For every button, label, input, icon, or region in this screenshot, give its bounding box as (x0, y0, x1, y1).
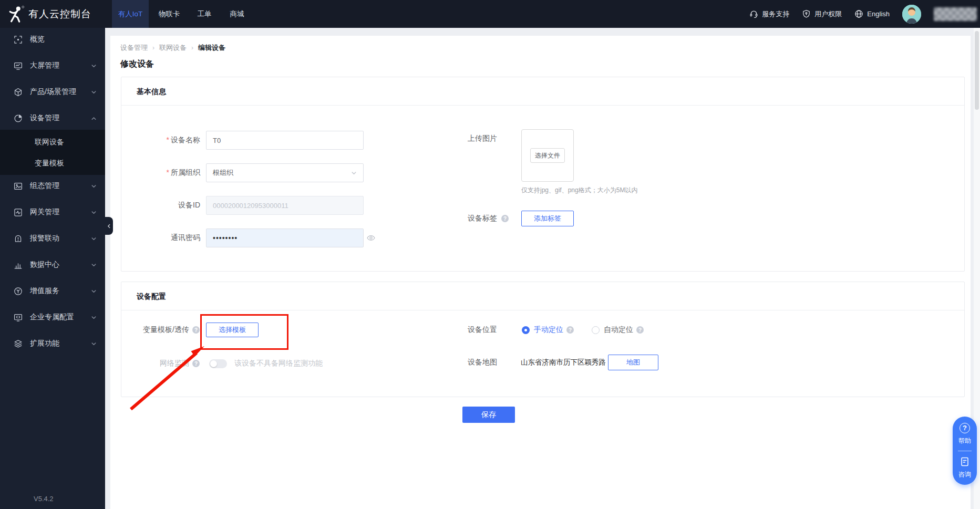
tab-iot-card[interactable]: 物联卡 (153, 0, 185, 28)
widget-divider (958, 451, 972, 451)
variable-template-label: 变量模板/透传 (137, 325, 189, 335)
manual-location-help-icon[interactable] (566, 326, 574, 334)
device-map-label: 设备地图 (416, 358, 497, 367)
chevron-down-icon (91, 315, 97, 320)
tab-mall[interactable]: 商城 (225, 0, 249, 28)
eye-icon[interactable] (367, 234, 375, 242)
select-template-button[interactable]: 选择模板 (206, 323, 259, 337)
sidebar-item-label: 产品/场景管理 (30, 87, 76, 97)
network-monitor-help-icon[interactable] (192, 360, 200, 367)
gateway-icon (14, 208, 23, 217)
sidebar-subitem-networked-devices[interactable]: 联网设备 (0, 131, 105, 152)
cube-icon (14, 88, 23, 97)
image-icon (14, 182, 23, 191)
sidebar-item-configuration[interactable]: 组态管理 (0, 175, 105, 196)
question-circle-icon[interactable] (960, 423, 970, 433)
service-support-link[interactable]: 服务支持 (749, 9, 789, 19)
sidebar-item-label: 企业专属配置 (30, 313, 74, 322)
sidebar-collapse-button[interactable] (105, 217, 113, 235)
sidebar-item-alarm[interactable]: 报警联动 (0, 228, 105, 249)
brand-logo-icon (7, 5, 25, 23)
add-tag-button[interactable]: 添加标签 (521, 211, 574, 226)
user-permissions-link[interactable]: 用户权限 (802, 9, 842, 19)
chevron-left-icon (107, 224, 111, 228)
network-monitor-label: 网络监测 (137, 359, 189, 368)
sidebar-item-label: 增值服务 (30, 286, 59, 296)
sidebar-item-label: 报警联动 (30, 234, 59, 243)
upload-hint: 仅支持jpg、gif、png格式；大小为5M以内 (521, 186, 637, 195)
map-button[interactable]: 地图 (608, 355, 658, 370)
sidebar-item-devices[interactable]: 设备管理 (0, 108, 105, 129)
choose-file-button[interactable]: 选择文件 (530, 148, 565, 163)
floating-help-widget: 帮助 咨询 (953, 417, 977, 485)
globe-icon (854, 9, 863, 18)
pie-chart-icon (14, 114, 23, 123)
language-switcher[interactable]: English (854, 9, 890, 18)
sidebar-item-datacenter[interactable]: 数据中心 (0, 254, 105, 275)
manual-location-radio[interactable] (522, 326, 530, 334)
alarm-bell-icon (14, 234, 23, 243)
sidebar-item-bigscreen[interactable]: 大屏管理 (0, 55, 105, 76)
sidebar-item-extensions[interactable]: 扩展功能 (0, 333, 105, 354)
auto-location-label[interactable]: 自动定位 (604, 325, 633, 335)
sidebar-item-value-added[interactable]: 增值服务 (0, 281, 105, 302)
tab-work-order[interactable]: 工单 (192, 0, 216, 28)
breadcrumb-edit-device: 编辑设备 (198, 43, 225, 53)
username-redacted[interactable] (934, 7, 977, 21)
sidebar-item-label: 大屏管理 (30, 61, 59, 70)
chevron-down-icon (91, 341, 97, 347)
device-config-title: 设备配置 (137, 282, 166, 310)
bar-chart-icon (14, 261, 23, 269)
chevron-down-icon (91, 89, 97, 95)
network-monitor-toggle (209, 359, 227, 368)
organization-select[interactable]: 根组织 (206, 163, 364, 182)
basic-info-card: 基本信息 *设备名称 *所属组织 根组织 设备ID 通讯密码 上传图片 选择文件… (121, 77, 965, 272)
breadcrumb-networked-devices[interactable]: 联网设备 (159, 43, 187, 53)
sidebar-item-label: 网关管理 (30, 207, 59, 217)
devices-submenu: 联网设备 变量模板 (0, 130, 105, 175)
page-title: 修改设备 (120, 59, 154, 70)
chevron-down-icon (91, 183, 97, 189)
upload-image-dropzone[interactable]: 选择文件 (521, 129, 574, 182)
user-permissions-label: 用户权限 (814, 9, 842, 19)
shield-icon (802, 9, 811, 18)
sidebar-item-label: 数据中心 (30, 260, 59, 269)
sidebar-item-label: 组态管理 (30, 181, 59, 191)
sidebar-item-gateway[interactable]: 网关管理 (0, 202, 105, 223)
password-label: 通讯密码 (137, 233, 200, 243)
breadcrumb-separator: › (191, 44, 193, 51)
consult-label[interactable]: 咨询 (958, 470, 971, 479)
chevron-down-icon (91, 288, 97, 294)
device-config-header: 设备配置 (121, 282, 964, 310)
sidebar-item-overview[interactable]: 概览 (0, 29, 105, 50)
document-icon[interactable] (960, 456, 970, 467)
manual-location-label[interactable]: 手动定位 (534, 325, 563, 335)
auto-location-help-icon[interactable] (636, 326, 644, 334)
help-label[interactable]: 帮助 (958, 437, 971, 445)
user-avatar[interactable] (902, 5, 921, 24)
breadcrumb-separator: › (152, 44, 154, 51)
scrollbar-thumb[interactable] (975, 31, 979, 110)
sidebar-item-enterprise-config[interactable]: 企业专属配置 (0, 307, 105, 328)
screen-icon (14, 61, 23, 70)
sidebar-item-products[interactable]: 产品/场景管理 (0, 81, 105, 102)
breadcrumb-device-management[interactable]: 设备管理 (120, 43, 148, 53)
device-config-card: 设备配置 变量模板/透传 选择模板 网络监测 该设备不具备网络监测功能 设备位置… (121, 282, 965, 397)
organization-value: 根组织 (213, 168, 233, 178)
variable-template-help-icon[interactable] (192, 326, 200, 334)
password-input[interactable] (206, 228, 364, 247)
device-id-label: 设备ID (137, 201, 200, 210)
top-navbar: 有人云控制台 有人IoT 物联卡 工单 商城 服务支持 用户权限 (0, 0, 980, 28)
device-map-address: 山东省济南市历下区颖秀路 (521, 358, 606, 367)
sidebar-subitem-variable-templates[interactable]: 变量模板 (0, 152, 105, 173)
auto-location-radio[interactable] (592, 326, 600, 334)
brand-title: 有人云控制台 (28, 0, 91, 28)
device-id-input (206, 196, 364, 215)
save-button[interactable]: 保存 (462, 407, 515, 423)
tab-usr-iot[interactable]: 有人IoT (112, 0, 149, 28)
device-tags-help-icon[interactable] (501, 215, 509, 222)
overview-icon (14, 35, 23, 44)
sidebar-item-label: 设备管理 (30, 113, 59, 123)
device-name-input[interactable] (206, 131, 364, 150)
network-monitor-hint: 该设备不具备网络监测功能 (234, 359, 323, 368)
